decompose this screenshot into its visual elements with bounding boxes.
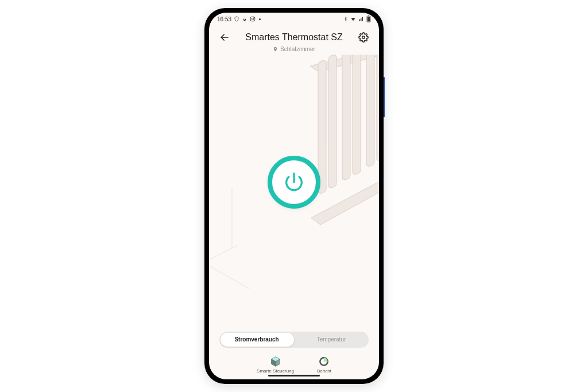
svg-rect-9 bbox=[342, 55, 350, 180]
wifi-icon bbox=[350, 16, 357, 22]
tab-smarte-steuerung[interactable]: Smarte Steuerung bbox=[257, 356, 294, 374]
room-label: Schlafzimmer bbox=[280, 46, 315, 52]
cube-icon bbox=[270, 356, 281, 367]
bluetooth-icon bbox=[343, 16, 348, 22]
power-button[interactable] bbox=[268, 156, 320, 209]
page-title: Smartes Thermostat SZ bbox=[232, 32, 356, 43]
svg-rect-4 bbox=[368, 16, 369, 16]
signal-icon bbox=[358, 16, 365, 22]
svg-rect-7 bbox=[318, 60, 326, 194]
svg-point-1 bbox=[252, 18, 253, 20]
svg-rect-11 bbox=[366, 55, 374, 167]
tab-label: Bericht bbox=[317, 368, 331, 374]
svg-point-6 bbox=[362, 36, 365, 39]
svg-rect-10 bbox=[353, 55, 361, 175]
pie-chart-icon bbox=[318, 356, 330, 367]
status-bar: 16:53 bbox=[209, 13, 379, 25]
svg-point-2 bbox=[254, 17, 254, 18]
tab-label: Smarte Steuerung bbox=[257, 368, 294, 374]
svg-rect-12 bbox=[377, 55, 379, 162]
room-row: Schlafzimmer bbox=[209, 46, 379, 55]
segment-stromverbrauch[interactable]: Stromverbrauch bbox=[219, 332, 294, 348]
hero-area bbox=[209, 55, 379, 332]
svg-rect-8 bbox=[328, 55, 336, 189]
home-indicator[interactable] bbox=[268, 375, 320, 376]
segment-control[interactable]: Stromverbrauch Temperatur bbox=[219, 332, 369, 348]
status-time: 16:53 bbox=[217, 16, 231, 22]
segment-temperatur[interactable]: Temperatur bbox=[294, 332, 369, 348]
status-dot bbox=[259, 18, 261, 20]
phone-frame: 16:53 bbox=[204, 8, 384, 384]
svg-rect-5 bbox=[368, 17, 370, 22]
shield-icon bbox=[234, 16, 239, 22]
instagram-icon bbox=[250, 16, 256, 22]
flame-icon bbox=[242, 16, 247, 22]
location-pin-icon bbox=[273, 47, 278, 52]
wall-illustration bbox=[209, 188, 255, 291]
tab-bericht[interactable]: Bericht bbox=[317, 356, 331, 374]
back-button[interactable] bbox=[217, 30, 232, 45]
screen: 16:53 bbox=[209, 13, 379, 379]
app-header: Smartes Thermostat SZ bbox=[209, 25, 379, 46]
settings-button[interactable] bbox=[356, 30, 371, 45]
battery-icon bbox=[366, 16, 371, 22]
power-icon bbox=[283, 171, 305, 194]
